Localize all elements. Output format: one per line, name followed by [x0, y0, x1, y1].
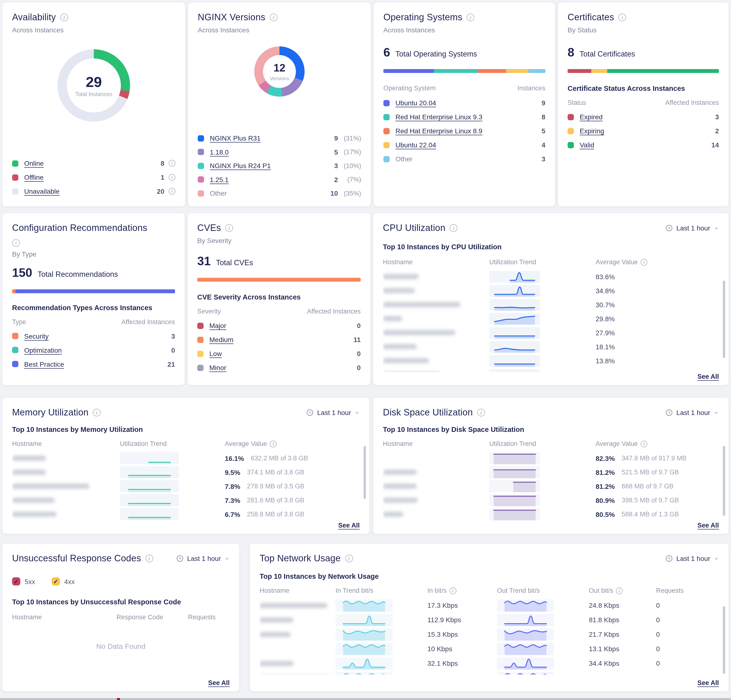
legend-label-link[interactable]: NGINX Plus R31: [210, 134, 261, 142]
in-bits-value: 10 Kbps: [427, 645, 452, 653]
legend-label-link[interactable]: Optimization: [24, 346, 62, 354]
legend-percent: (35%): [338, 190, 361, 197]
legend-label-link[interactable]: 1.18.0: [210, 148, 229, 156]
legend-label-link: Other: [210, 189, 227, 197]
time-range-dropdown[interactable]: Last 1 hour: [306, 409, 360, 416]
legend-label-link[interactable]: Best Practice: [24, 360, 64, 368]
legend-label-link[interactable]: Ubuntu 22.04: [395, 141, 436, 149]
checkbox-5xx[interactable]: ✓: [12, 577, 20, 586]
trend-sparkline: [120, 508, 179, 520]
legend-swatch: [383, 156, 390, 162]
col-header-trend: Utilization Trend: [489, 440, 596, 447]
avg-detail: 632.2 MB of 3.8 GB: [251, 455, 308, 462]
trend-sparkline: [497, 599, 554, 611]
legend-label-link[interactable]: Online: [24, 160, 44, 167]
time-range-dropdown[interactable]: Last 1 hour: [665, 555, 719, 562]
legend-percent: (17%): [338, 148, 361, 155]
cves-list: Major0Medium11Low0Minor0: [197, 321, 361, 372]
info-icon[interactable]: i: [477, 409, 485, 416]
legend-label-link[interactable]: Ubuntu 20.04: [395, 99, 436, 107]
legend-label-link[interactable]: 1.25.1: [210, 176, 229, 183]
info-icon[interactable]: i: [450, 224, 458, 232]
cves-section-title: CVE Severity Across Instances: [197, 293, 361, 301]
hostname-redacted: [383, 344, 417, 349]
info-icon[interactable]: i: [225, 224, 233, 232]
out-bits-value: 81.8 Kbps: [589, 616, 619, 624]
legend-label-link[interactable]: Expiring: [580, 127, 604, 135]
avg-percent: 80.9%: [596, 496, 615, 504]
legend-swatch: [198, 149, 204, 155]
legend-label-link[interactable]: Minor: [209, 364, 226, 372]
recommendations-list: Security3Optimization0Best Practice21: [12, 332, 175, 368]
info-icon[interactable]: i: [450, 587, 457, 594]
see-all-link[interactable]: See All: [697, 679, 719, 687]
checkbox-4xx[interactable]: ✓: [52, 577, 60, 586]
scrollbar-marker: [117, 698, 120, 700]
info-icon[interactable]: i: [93, 409, 101, 416]
clock-icon: [665, 409, 673, 416]
legend-label-link[interactable]: Major: [209, 322, 226, 329]
scrollbar[interactable]: [723, 446, 725, 516]
legend-count: 8: [160, 160, 164, 167]
legend-label-link[interactable]: Valid: [580, 141, 594, 149]
info-icon[interactable]: i: [270, 440, 277, 447]
see-all-link[interactable]: See All: [208, 679, 230, 687]
info-icon[interactable]: i: [169, 160, 176, 167]
legend-label-link[interactable]: Expired: [580, 113, 603, 121]
info-icon[interactable]: i: [618, 13, 626, 21]
card-title: Disk Space Utilization: [383, 407, 473, 418]
cpu-average-value: 27.9%: [596, 329, 615, 337]
legend-row: Unavailable20i: [12, 187, 176, 196]
legend-row: Other10(35%): [198, 189, 361, 198]
requests-value: 0: [656, 659, 660, 667]
legend-label-link[interactable]: Medium: [209, 336, 233, 344]
legend-count: 3: [715, 113, 719, 121]
info-icon[interactable]: i: [169, 174, 176, 181]
info-icon[interactable]: i: [641, 440, 647, 447]
avg-detail: 281.6 MB of 3.8 GB: [247, 496, 304, 504]
see-all-link[interactable]: See All: [338, 522, 360, 529]
legend-count: 0: [357, 350, 361, 357]
requests-value: 0: [656, 630, 660, 638]
card-title: CVEs: [197, 223, 221, 233]
scrollbar[interactable]: [723, 606, 725, 674]
info-icon[interactable]: i: [616, 587, 623, 594]
avg-detail: 374.1 MB of 3.8 GB: [247, 469, 304, 476]
legend-label-link[interactable]: NGINX Plus R24 P1: [210, 162, 271, 170]
network-section-title: Top 10 Instances by Network Usage: [260, 573, 719, 580]
time-range-dropdown[interactable]: Last 1 hour: [665, 224, 719, 232]
see-all-link[interactable]: See All: [697, 522, 719, 529]
avg-percent: 7.3%: [225, 496, 240, 504]
scrollbar[interactable]: [723, 281, 725, 358]
info-icon[interactable]: i: [270, 13, 277, 21]
legend-row: Red Hat Enterprise Linux 8.95: [383, 127, 545, 135]
col-header-hostname: Hostname: [12, 614, 116, 621]
info-icon[interactable]: i: [641, 259, 647, 265]
legend-label-link[interactable]: Red Hat Enterprise Linux 9.3: [395, 113, 483, 121]
info-icon[interactable]: i: [467, 13, 474, 21]
hostname-redacted: [12, 470, 46, 475]
see-all-link[interactable]: See All: [697, 373, 719, 380]
avg-percent: 80.5%: [596, 510, 615, 518]
legend-label-link[interactable]: Security: [24, 332, 48, 340]
card-config-recommendations: Configuration Recommendations i By Type …: [2, 212, 185, 385]
os-total-label: Total Operating Systems: [395, 50, 477, 59]
info-icon[interactable]: i: [145, 555, 153, 562]
info-icon[interactable]: i: [169, 188, 176, 195]
bar-segment: [16, 289, 175, 293]
horizontal-scrollbar[interactable]: [0, 698, 731, 700]
memory-section-title: Top 10 Instances by Memory Utilization: [12, 426, 360, 433]
time-range-dropdown[interactable]: Last 1 hour: [665, 409, 719, 416]
trend-sparkline: [489, 299, 540, 310]
time-range-dropdown[interactable]: Last 1 hour: [176, 555, 230, 562]
info-icon[interactable]: i: [345, 555, 353, 562]
legend-label-link[interactable]: Unavailable: [24, 187, 59, 195]
legend-label-link[interactable]: Red Hat Enterprise Linux 8.9: [395, 127, 483, 135]
filter-4xx: ✓4xx: [52, 577, 75, 586]
legend-label-link[interactable]: Low: [209, 350, 222, 357]
info-icon[interactable]: i: [12, 239, 20, 247]
scrollbar[interactable]: [364, 446, 366, 499]
info-icon[interactable]: i: [60, 13, 68, 21]
in-bits-value: 15.3 Kbps: [427, 630, 458, 638]
legend-label-link[interactable]: Offline: [24, 173, 44, 181]
